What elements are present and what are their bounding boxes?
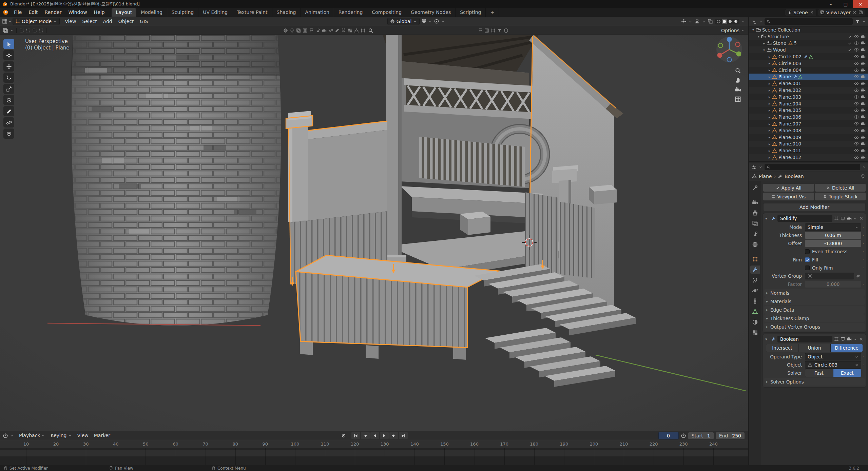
play-button[interactable]: [380, 432, 389, 439]
viewport-vis-button[interactable]: Viewport Vis: [763, 193, 814, 200]
hide-toggle-icon[interactable]: [854, 135, 859, 140]
properties-tab-object[interactable]: [750, 255, 760, 263]
menu-edit[interactable]: Edit: [25, 8, 41, 17]
render-toggle-icon[interactable]: [861, 95, 866, 99]
render-toggle-icon[interactable]: [861, 115, 866, 119]
render-toggle-icon[interactable]: [861, 74, 866, 79]
disclosure-triangle[interactable]: ▾: [756, 35, 761, 38]
chevron-down-icon[interactable]: [759, 20, 763, 23]
exclude-checkbox[interactable]: [848, 34, 852, 39]
modifier-name-field[interactable]: Boolean: [777, 336, 832, 342]
shading-rendered-icon[interactable]: [733, 19, 738, 24]
outliner-row-circle-003[interactable]: ▸Circle.003: [749, 60, 868, 67]
workspace-tab-sculpting[interactable]: Sculpting: [167, 8, 198, 17]
realtime-toggle-icon[interactable]: [841, 337, 845, 341]
close-button[interactable]: ×: [853, 0, 868, 8]
hide-toggle-icon[interactable]: [854, 115, 859, 119]
overlay-options-icon[interactable]: [702, 20, 706, 23]
shading-solid-icon[interactable]: [722, 19, 727, 24]
frame-start-field[interactable]: Start 1: [688, 432, 714, 439]
operand-type-dropdown[interactable]: Object: [805, 353, 861, 360]
mode-dropdown[interactable]: Simple: [805, 223, 861, 231]
properties-tab-view-layer[interactable]: [750, 219, 760, 228]
hide-toggle-icon[interactable]: [854, 68, 859, 73]
hide-toggle-icon[interactable]: [854, 121, 859, 126]
previous-keyframe-button[interactable]: [361, 432, 370, 439]
gis-camera-icon[interactable]: [322, 28, 327, 33]
render-toggle-icon[interactable]: [861, 88, 866, 93]
realtime-toggle-icon[interactable]: [841, 216, 845, 221]
edit-mode-toggle-icon[interactable]: [834, 216, 839, 221]
factor-field[interactable]: 0.000: [805, 281, 861, 288]
disclosure-triangle[interactable]: ▸: [767, 142, 772, 146]
render-toggle-icon[interactable]: [861, 155, 866, 160]
render-toggle-icon[interactable]: [861, 61, 866, 66]
tool-settings-objsq-icon[interactable]: [491, 28, 496, 33]
hide-toggle-icon[interactable]: [854, 47, 859, 52]
gis-flag-icon[interactable]: [309, 28, 314, 33]
record-button[interactable]: [339, 432, 348, 439]
invert-vertex-group-icon[interactable]: [856, 274, 861, 278]
viewport-menu-add[interactable]: Add: [100, 17, 115, 26]
current-frame-field[interactable]: 0: [658, 432, 679, 439]
properties-tab-material[interactable]: [750, 318, 760, 326]
hide-toggle-icon[interactable]: [854, 148, 859, 153]
hide-toggle-icon[interactable]: [854, 141, 859, 146]
select-mode-subtract-icon[interactable]: [32, 28, 37, 33]
tool-measure[interactable]: [3, 117, 14, 127]
render-toggle-icon[interactable]: [861, 68, 866, 73]
jump-to-end-button[interactable]: [399, 432, 408, 439]
hide-toggle-icon[interactable]: [854, 61, 859, 66]
timeline-menu-view[interactable]: View: [75, 431, 91, 440]
collapse-arrow[interactable]: ▾: [765, 337, 769, 341]
disclosure-triangle[interactable]: ▾: [761, 48, 767, 52]
mode-selector[interactable]: Object Mode: [13, 18, 60, 25]
hide-toggle-icon[interactable]: [854, 41, 859, 45]
disclosure-triangle[interactable]: ▸: [761, 41, 767, 45]
disclosure-triangle[interactable]: ▾: [751, 28, 756, 32]
timeline-editor-icon[interactable]: [3, 433, 8, 438]
disclosure-triangle[interactable]: ▸: [767, 129, 772, 132]
chevron-down-icon[interactable]: [10, 28, 14, 32]
properties-tab-texture[interactable]: [750, 329, 760, 337]
solver-exact-button[interactable]: Exact: [833, 369, 862, 377]
breadcrumb-object[interactable]: Plane: [759, 174, 772, 179]
timeline-ruler[interactable]: 1020304050607080901001101201301401501601…: [0, 440, 748, 448]
exclude-checkbox[interactable]: [848, 41, 852, 45]
gis-pin-icon[interactable]: [290, 28, 294, 33]
disclosure-triangle[interactable]: ▸: [767, 109, 772, 112]
chevron-down-icon[interactable]: [759, 165, 763, 169]
tool-move[interactable]: [3, 61, 14, 72]
outliner-row-plane[interactable]: ▸Plane: [749, 74, 868, 80]
hide-toggle-icon[interactable]: [854, 88, 859, 93]
solver-fast-button[interactable]: Fast: [805, 369, 833, 377]
properties-tab-modifiers[interactable]: [750, 266, 760, 274]
tool-presets-icon[interactable]: [3, 28, 8, 33]
boolean-intersect-button[interactable]: Intersect: [766, 344, 798, 352]
disclosure-triangle[interactable]: ▸: [767, 135, 772, 139]
workspace-tab-texture-paint[interactable]: Texture Paint: [232, 8, 272, 17]
outliner-row-plane-006[interactable]: ▸Plane.006: [749, 114, 868, 120]
boolean-object-field[interactable]: Circle.003: [805, 361, 861, 369]
viewport-menu-gis[interactable]: GIS: [137, 17, 151, 26]
menu-window[interactable]: Window: [65, 8, 90, 17]
proportional-edit-icon[interactable]: [434, 19, 439, 24]
solidify-section-thickness-clamp[interactable]: ▸Thickness Clamp: [764, 314, 865, 322]
thickness-field[interactable]: 0.06 m: [805, 232, 861, 239]
boolean-section-solver-options[interactable]: ▸Solver Options: [764, 378, 865, 386]
minimize-button[interactable]: –: [823, 0, 838, 8]
collapse-arrow[interactable]: ▾: [765, 216, 769, 221]
outliner-search-input[interactable]: [765, 18, 853, 25]
workspace-tab-rendering[interactable]: Rendering: [334, 8, 368, 17]
modifier-extras-icon[interactable]: [853, 337, 857, 341]
tool-transform[interactable]: [3, 95, 14, 105]
gis-pen-icon[interactable]: [335, 28, 340, 33]
properties-tab-constraints[interactable]: [750, 297, 760, 305]
workspace-tab-animation[interactable]: Animation: [301, 8, 334, 17]
new-viewlayer-icon[interactable]: [859, 10, 863, 15]
render-toggle-icon[interactable]: [861, 81, 866, 86]
edit-mode-toggle-icon[interactable]: [834, 337, 839, 341]
filter-icon[interactable]: [855, 19, 860, 24]
outliner-row-stone[interactable]: ▸Stone5: [749, 40, 868, 47]
render-toggle-icon[interactable]: [861, 121, 866, 126]
